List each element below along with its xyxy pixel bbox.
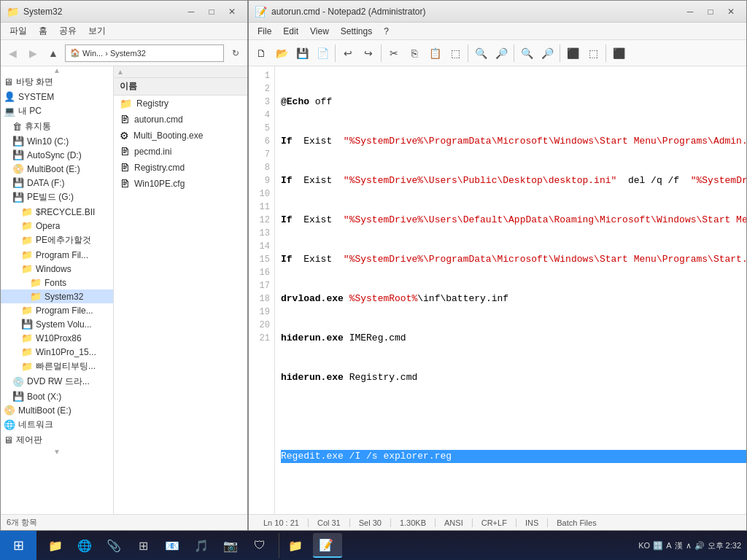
toolbar-wrapline[interactable]: ⬛ bbox=[563, 44, 582, 63]
toolbar-save[interactable]: 💾 bbox=[293, 44, 311, 63]
sidebar-scroll-down[interactable]: ▼ bbox=[1, 448, 113, 456]
explorer-close-button[interactable]: ✕ bbox=[222, 4, 241, 19]
taskbar-icon-windows[interactable]: ⊞ bbox=[130, 533, 156, 558]
sidebar-item-win10c[interactable]: 💾 Win10 (C:) bbox=[1, 134, 113, 148]
sidebar-item-mypc[interactable]: 💻 내 PC bbox=[1, 104, 113, 119]
forward-button[interactable]: ▶ bbox=[24, 44, 42, 62]
sidebar-label-multiboot2: MultiBoot (E:) bbox=[18, 405, 71, 416]
sidebar-item-peadd[interactable]: 📁 PE에추가할것 bbox=[1, 233, 113, 248]
taskbar-icon-explorer[interactable]: 📁 bbox=[42, 533, 69, 558]
notepad-menu-settings[interactable]: Settings bbox=[335, 25, 378, 38]
refresh-button[interactable]: ↻ bbox=[227, 44, 244, 62]
taskbar-icon-shield[interactable]: 🛡 bbox=[247, 533, 273, 558]
file-list: ▲ 이름 📁 Registry 🖹 autorun.cmd ⚙ Multi_Bo… bbox=[114, 66, 247, 514]
notepad-menu-view[interactable]: View bbox=[304, 25, 335, 38]
status-encoding: ANSI bbox=[436, 518, 473, 527]
sidebar-item-control[interactable]: 🖥 제어판 bbox=[1, 432, 113, 448]
toolbar-new[interactable]: 🗋 bbox=[252, 44, 271, 63]
explorer-menu-view[interactable]: 보기 bbox=[82, 23, 112, 39]
back-button[interactable]: ◀ bbox=[4, 44, 21, 62]
system-icon: 👤 bbox=[4, 91, 15, 102]
toolbar-copy[interactable]: ⎘ bbox=[405, 44, 424, 63]
sidebar-item-bootx[interactable]: 💾 Boot (X:) bbox=[1, 389, 113, 403]
explorer-menu-file[interactable]: 파일 bbox=[4, 23, 33, 39]
sidebar-item-win10pro15[interactable]: 📁 Win10Pro_15... bbox=[1, 345, 113, 359]
toolbar-extra3[interactable]: ⬛ bbox=[609, 44, 628, 63]
file-item-win10pe[interactable]: 🖹 Win10PE.cfg bbox=[114, 176, 247, 192]
taskbar-icon-mail[interactable]: 📧 bbox=[159, 533, 185, 558]
toolbar-zoom-in[interactable]: 🔍 bbox=[517, 44, 536, 63]
toolbar-undo[interactable]: ↩ bbox=[338, 44, 357, 63]
sidebar-item-fonts[interactable]: 📁 Fonts bbox=[1, 276, 113, 289]
toolbar-saveas[interactable]: 📄 bbox=[313, 44, 332, 63]
file-list-scroll-up[interactable]: ▲ bbox=[117, 68, 124, 76]
taskbar-app-notepad[interactable]: 📝 bbox=[313, 533, 342, 558]
sidebar-item-multiboot[interactable]: 📀 MultiBoot (E:) bbox=[1, 162, 113, 176]
notepad-editor[interactable]: 1 2 3 4 5 6 7 8 9 10 11 12 13 14 15 16 1… bbox=[249, 66, 746, 514]
desktop-icon: 🖥 bbox=[4, 77, 13, 88]
toolbar-redo[interactable]: ↪ bbox=[359, 44, 378, 63]
notepad-menu-help[interactable]: ? bbox=[378, 25, 395, 38]
sidebar-item-w10prox86[interactable]: 📁 W10Prox86 bbox=[1, 331, 113, 345]
line-num-12: 12 bbox=[249, 214, 274, 227]
taskbar-icon-music[interactable]: 🎵 bbox=[188, 533, 214, 558]
taskbar-clock: 오후 2:32 bbox=[708, 540, 741, 551]
sidebar-item-trash[interactable]: 🗑 휴지통 bbox=[1, 119, 113, 134]
sidebar-item-autosync[interactable]: 💾 AutoSync (D:) bbox=[1, 148, 113, 162]
sidebar-item-multiboot2[interactable]: 📀 MultiBoot (E:) bbox=[1, 403, 113, 417]
notepad-close-button[interactable]: ✕ bbox=[721, 4, 740, 19]
sidebar-item-system[interactable]: 👤 SYSTEM bbox=[1, 90, 113, 104]
sidebar-item-fastmulti[interactable]: 📁 빠른멀티부팅... bbox=[1, 359, 113, 374]
explorer-menu-home[interactable]: 홈 bbox=[33, 23, 53, 39]
file-item-autorun[interactable]: 🖹 autorun.cmd bbox=[114, 112, 247, 128]
sidebar-item-sysvol[interactable]: 💾 System Volu... bbox=[1, 317, 113, 331]
up-button[interactable]: ▲ bbox=[44, 44, 62, 62]
file-item-multibooting[interactable]: ⚙ Multi_Booting.exe bbox=[114, 128, 247, 144]
toolbar-cut[interactable]: ✂ bbox=[384, 44, 403, 63]
notepad-menu-edit[interactable]: Edit bbox=[277, 25, 304, 38]
toolbar-zoom-out[interactable]: 🔎 bbox=[538, 44, 557, 63]
sidebar-scroll-up[interactable]: ▲ bbox=[1, 66, 113, 74]
taskbar-tray-arrow[interactable]: ∧ bbox=[686, 541, 692, 551]
line-num-6: 6 bbox=[249, 135, 274, 148]
status-position: Ln 10 : 21 bbox=[255, 518, 309, 527]
notepad-minimize-button[interactable]: ─ bbox=[681, 4, 700, 19]
taskbar-icon-pin1[interactable]: 📎 bbox=[101, 533, 127, 558]
taskbar-app-explorer[interactable]: 📁 bbox=[282, 533, 311, 558]
notepad-menu-file[interactable]: File bbox=[252, 25, 277, 38]
notepad-maximize-button[interactable]: □ bbox=[701, 4, 720, 19]
start-button[interactable]: ⊞ bbox=[0, 531, 36, 560]
exe-icon: ⚙ bbox=[120, 130, 129, 141]
toolbar-paste[interactable]: 📋 bbox=[425, 44, 444, 63]
file-item-registry[interactable]: 📁 Registry bbox=[114, 96, 247, 112]
sidebar-item-recycle[interactable]: 📁 $RECYCLE.BII bbox=[1, 205, 113, 219]
explorer-minimize-button[interactable]: ─ bbox=[182, 4, 201, 19]
explorer-menu-share[interactable]: 공유 bbox=[53, 23, 82, 39]
taskbar-volume[interactable]: 🔊 bbox=[694, 541, 705, 551]
taskbar-icon-camera[interactable]: 📷 bbox=[217, 533, 244, 558]
sidebar-item-windows[interactable]: 📁 Windows bbox=[1, 262, 113, 276]
sidebar-item-system32[interactable]: 📁 System32 bbox=[1, 289, 113, 303]
sidebar-item-network[interactable]: 🌐 네트워크 bbox=[1, 417, 113, 432]
sidebar-item-progfiles[interactable]: 📁 Program Fil... bbox=[1, 248, 113, 262]
taskbar-icon-browser[interactable]: 🌐 bbox=[71, 533, 98, 558]
code-area[interactable]: @Echo off If Exist "%SystemDrive%\Progra… bbox=[275, 66, 746, 514]
explorer-maximize-button[interactable]: □ bbox=[202, 4, 221, 19]
line-num-9: 9 bbox=[249, 174, 274, 187]
sidebar-item-opera[interactable]: 📁 Opera bbox=[1, 219, 113, 233]
toolbar-open[interactable]: 📂 bbox=[272, 44, 291, 63]
toolbar-findnext[interactable]: 🔎 bbox=[492, 44, 511, 63]
toolbar-find[interactable]: 🔍 bbox=[471, 44, 490, 63]
sidebar-item-progfiles2[interactable]: 📁 Program File... bbox=[1, 303, 113, 317]
toolbar-extra1[interactable]: ⬚ bbox=[446, 44, 465, 63]
file-item-pecmd[interactable]: 🖹 pecmd.ini bbox=[114, 144, 247, 160]
toolbar-extra2[interactable]: ⬚ bbox=[584, 44, 603, 63]
address-bar[interactable]: 🏠 Win... › System32 bbox=[65, 44, 224, 62]
code-line-5: If Exist "%SystemDrive%\ProgramData\Micr… bbox=[281, 253, 746, 266]
status-sel: Sel 30 bbox=[350, 518, 391, 527]
sidebar-item-data[interactable]: 💾 DATA (F:) bbox=[1, 176, 113, 190]
sidebar-item-pe[interactable]: 💾 PE빌드 (G:) bbox=[1, 190, 113, 205]
sidebar-item-dvdrw[interactable]: 💿 DVD RW 드라... bbox=[1, 374, 113, 389]
file-item-registrycmd[interactable]: 🖹 Registry.cmd bbox=[114, 160, 247, 176]
sidebar-item-desktop[interactable]: 🖥 바탕 화면 bbox=[1, 74, 113, 90]
